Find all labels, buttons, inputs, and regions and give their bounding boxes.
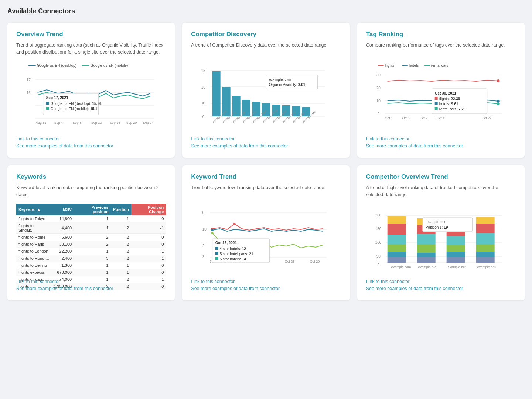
svg-text:Sep 24: Sep 24 [143,121,154,125]
svg-text:example.org: example.org [418,265,436,269]
svg-text:30: 30 [376,73,381,77]
card-keywords: Keywords Keyword-level ranking data comp… [7,165,175,300]
svg-text:Oct 29: Oct 29 [310,260,320,263]
svg-rect-133 [446,236,465,245]
svg-text:flights: flights [385,64,394,68]
see-more-tag-ranking[interactable]: See more examples of data from this conn… [366,143,516,149]
svg-point-75 [497,102,499,105]
svg-text:Aug 31: Aug 31 [36,121,47,125]
svg-rect-136 [446,257,465,263]
see-more-keywords[interactable]: See more examples of data from this conn… [16,286,166,291]
see-more-overview-trend[interactable]: See more examples of data from this conn… [16,143,166,149]
svg-text:150: 150 [375,227,381,231]
svg-text:example.com: example.com [269,78,291,82]
see-more-keyword-trend[interactable]: See more examples of data from connector [191,286,341,291]
card-title-competitor-discovery: Competitor Discovery [191,31,341,38]
svg-text:Oct 9: Oct 9 [419,116,427,120]
link-row-overview-trend: Link to this connector See more examples… [16,136,166,149]
link-to-connector-competitor-overview-trend[interactable]: Link to this connector [366,279,516,284]
svg-text:4 star hotels: 12: 4 star hotels: 12 [220,247,246,251]
svg-text:Oct 25: Oct 25 [285,260,295,263]
card-desc-tag-ranking: Compare ranking performance of tags over… [366,42,516,56]
svg-rect-137 [476,217,494,224]
svg-point-98 [233,223,236,225]
svg-text:Oct 30, 2021: Oct 30, 2021 [434,91,456,95]
svg-text:hotels: hotels [409,64,419,68]
card-desc-keyword-trend: Trend of keyword-level ranking data over… [191,184,341,198]
svg-text:10: 10 [202,227,207,231]
card-title-overview-trend: Overview Trend [16,31,166,38]
svg-rect-135 [446,252,465,257]
link-to-connector-keywords[interactable]: Link to this connector [16,279,166,284]
link-row-keyword-trend: Link to this connector See more examples… [191,279,341,291]
card-desc-competitor-discovery: A trend of Competitor Discovery data ove… [191,42,341,56]
svg-point-74 [497,100,499,103]
svg-text:17: 17 [27,78,31,82]
svg-text:example.net: example.net [447,265,466,269]
link-to-connector-keyword-trend[interactable]: Link to this connector [191,279,341,284]
svg-text:Google us-EN (mobile): Google us-EN (mobile) [91,64,128,68]
link-to-connector-overview-trend[interactable]: Link to this connector [16,136,166,141]
svg-rect-107 [215,257,218,260]
card-competitor-discovery: Competitor Discovery A trend of Competit… [182,23,349,158]
link-to-connector-competitor-discovery[interactable]: Link to this connector [191,136,341,141]
svg-text:Oct 13: Oct 13 [436,116,446,120]
svg-text:Position 1: 19: Position 1: 19 [425,225,448,229]
svg-text:5: 5 [202,102,205,106]
svg-rect-80 [434,102,437,105]
card-desc-keywords: Keyword-level ranking data comparing the… [16,184,166,198]
chart-competitor-overview-trend: 200 150 100 50 0 [366,204,516,274]
svg-rect-21 [46,107,49,110]
svg-point-73 [497,79,499,82]
svg-text:Sep 8: Sep 8 [73,121,82,125]
chart-competitor-discovery: 15 10 5 0 examp [191,61,341,131]
svg-rect-120 [387,224,406,235]
svg-text:3: 3 [202,255,205,259]
svg-rect-140 [476,244,494,252]
svg-text:10: 10 [201,85,206,89]
svg-point-99 [211,229,214,231]
svg-text:Sep 16: Sep 16 [110,121,120,125]
chart-tag-ranking: flights hotels rental cars 30 20 10 0 Oc… [366,61,516,131]
link-to-connector-tag-ranking[interactable]: Link to this connector [366,136,516,141]
svg-text:Oct 29: Oct 29 [481,116,491,120]
svg-text:5 star hotels: 14: 5 star hotels: 14 [220,257,246,261]
svg-rect-123 [387,252,406,257]
svg-rect-142 [476,257,494,263]
svg-rect-31 [212,71,221,116]
svg-rect-122 [387,244,406,252]
see-more-competitor-discovery[interactable]: See more examples of data from this conn… [191,143,341,149]
svg-text:0: 0 [377,260,379,265]
svg-text:Sep 17, 2021: Sep 17, 2021 [46,96,68,100]
svg-text:200: 200 [375,213,381,217]
connectors-grid: Overview Trend Trend of aggregate rankin… [7,23,525,300]
page-title: Available Connectors [7,7,525,15]
chart-keywords: Keyword ▲ MSV Previous position Position… [16,204,166,274]
svg-text:Oct 16, 2021: Oct 16, 2021 [215,241,237,245]
svg-text:0: 0 [202,211,205,215]
svg-text:Google us-EN (mobile): 15.1: Google us-EN (mobile): 15.1 [51,107,98,111]
svg-rect-51 [266,75,318,89]
card-tag-ranking: Tag Ranking Compare ranking performance … [357,23,525,158]
svg-text:Sep 4: Sep 4 [54,121,63,125]
chart-keyword-trend: 0 10 2 3 3 Oct 17 Oct 21 Oct 25 Oct 29 [191,204,341,274]
card-competitor-overview-trend: Competitor Overview Trend A trend of hig… [357,165,525,300]
card-desc-competitor-overview-trend: A trend of high-level ranking data of tr… [366,184,516,198]
link-row-keywords: Link to this connector See more examples… [16,279,166,291]
svg-rect-103 [215,247,218,250]
card-title-competitor-overview-trend: Competitor Overview Trend [366,173,516,181]
svg-text:hotels: 9.61: hotels: 9.61 [439,102,458,106]
svg-text:15: 15 [201,69,206,73]
see-more-competitor-overview-trend[interactable]: See more examples of data from this conn… [366,286,516,291]
svg-text:rental cars: 7.23: rental cars: 7.23 [439,107,466,111]
svg-text:10: 10 [376,99,381,103]
svg-rect-128 [417,245,435,253]
svg-rect-78 [434,97,437,100]
svg-text:2: 2 [202,244,205,248]
svg-text:Google us-EN (desktop): Google us-EN (desktop) [37,64,76,68]
svg-text:flights: 22.39: flights: 22.39 [439,97,460,101]
card-title-keyword-trend: Keyword Trend [191,173,341,181]
link-row-competitor-overview-trend: Link to this connector See more examples… [366,279,516,291]
svg-point-100 [211,232,214,234]
svg-text:rental cars: rental cars [431,64,448,68]
